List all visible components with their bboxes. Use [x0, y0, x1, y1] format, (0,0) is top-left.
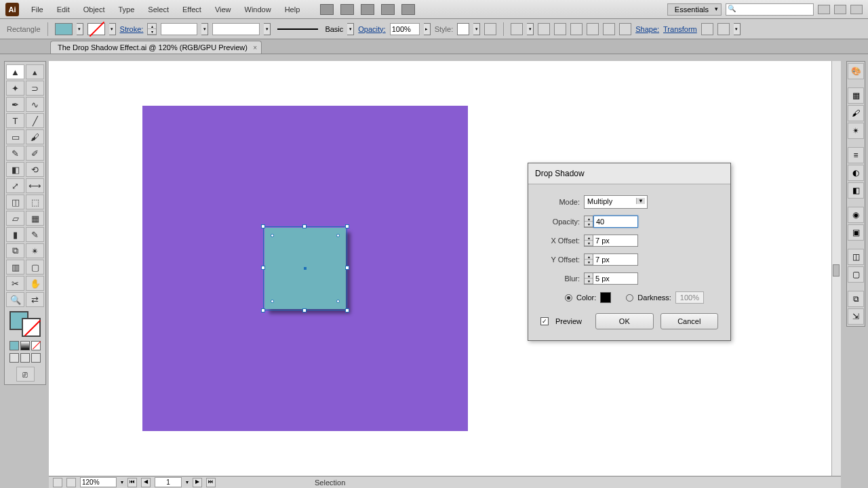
pen-tool[interactable]: ✒: [6, 97, 24, 112]
prev-artboard-icon[interactable]: ◀: [141, 478, 151, 487]
align-left-icon[interactable]: [538, 23, 550, 35]
cancel-button[interactable]: Cancel: [660, 313, 718, 329]
yoffset-input[interactable]: [593, 253, 638, 266]
xoffset-input[interactable]: [593, 235, 638, 247]
perspective-tool[interactable]: ▱: [6, 211, 24, 226]
pencil-tool[interactable]: ✎: [6, 146, 24, 161]
stroke-dropdown[interactable]: ▾: [109, 23, 116, 35]
corner-widget-tr[interactable]: [336, 234, 340, 237]
stroke-swatch[interactable]: [87, 23, 105, 35]
align-icon[interactable]: [511, 23, 523, 35]
close-icon[interactable]: ×: [253, 44, 257, 52]
corner-icon[interactable]: [717, 23, 730, 35]
xoffset-spinner[interactable]: ▴▾: [584, 235, 593, 247]
stroke-link[interactable]: Stroke:: [120, 25, 144, 33]
artboard-number[interactable]: [155, 477, 182, 487]
color-mode-solid[interactable]: [9, 341, 19, 350]
artboard-dd[interactable]: ▾: [186, 479, 189, 485]
zoom-tool[interactable]: 🔍: [6, 292, 24, 307]
eyedropper-tool[interactable]: ✎: [26, 227, 44, 242]
handle-r[interactable]: [345, 266, 349, 270]
paintbrush-tool[interactable]: 🖌: [26, 129, 44, 144]
isolate-icon[interactable]: [701, 23, 713, 35]
menu-object[interactable]: Object: [77, 3, 112, 16]
menu-select[interactable]: Select: [141, 3, 176, 16]
draw-inside-icon[interactable]: [31, 353, 41, 363]
opacity-dd[interactable]: ▸: [424, 23, 431, 35]
handle-tr[interactable]: [345, 224, 349, 228]
gradient-panel-icon[interactable]: ◐: [848, 165, 864, 181]
menu-help[interactable]: Help: [278, 3, 307, 16]
magic-wand-tool[interactable]: ✦: [6, 81, 24, 96]
libraries-panel-icon[interactable]: ⧉: [848, 291, 864, 307]
blob-brush-tool[interactable]: ✐: [26, 146, 44, 161]
darkness-radio[interactable]: [626, 294, 633, 302]
rotate-tool[interactable]: ⟲: [26, 162, 44, 177]
handle-bl[interactable]: [261, 308, 265, 312]
scrollbar-thumb[interactable]: [833, 264, 840, 277]
screen-mode-icon[interactable]: ⎚: [16, 367, 35, 382]
corner-widget-bl[interactable]: [271, 300, 274, 303]
width-tool[interactable]: ⟷: [26, 178, 44, 193]
yoffset-spinner[interactable]: ▴▾: [584, 253, 593, 266]
hand-tool[interactable]: ✋: [26, 276, 44, 291]
exchange-icon[interactable]: [401, 4, 415, 15]
recolor-icon[interactable]: [484, 23, 496, 35]
layout-icon[interactable]: [320, 4, 334, 15]
column-graph-tool[interactable]: ▥: [6, 260, 24, 274]
menu-type[interactable]: Type: [112, 3, 142, 16]
selection-tool[interactable]: ▲: [6, 64, 24, 79]
eraser-tool[interactable]: ◧: [6, 162, 24, 177]
align-middle-icon[interactable]: [603, 23, 615, 35]
draw-behind-icon[interactable]: [20, 353, 30, 363]
graphic-styles-panel-icon[interactable]: ▣: [848, 224, 864, 241]
swap-icon[interactable]: ⇄: [26, 292, 44, 307]
opacity-input[interactable]: [593, 216, 638, 228]
next-artboard-icon[interactable]: ▶: [193, 478, 202, 487]
artboard-tool[interactable]: ▢: [26, 260, 44, 274]
handle-br[interactable]: [345, 308, 349, 312]
color-radio[interactable]: [565, 294, 572, 302]
sync-icon[interactable]: [381, 4, 395, 15]
lasso-tool[interactable]: ⊃: [26, 81, 44, 96]
shape-builder-tool[interactable]: ⬚: [26, 195, 44, 209]
search-input[interactable]: [726, 3, 814, 16]
gpu-icon[interactable]: [340, 4, 354, 15]
fill-stroke-indicator[interactable]: [8, 310, 42, 338]
free-transform-tool[interactable]: ◫: [6, 195, 24, 209]
var-width-input[interactable]: [212, 23, 260, 35]
slice-tool[interactable]: ✂: [6, 276, 24, 291]
appearance-panel-icon[interactable]: ◉: [848, 207, 864, 223]
style-dd[interactable]: ▾: [473, 23, 480, 35]
handle-l[interactable]: [261, 266, 265, 270]
swatches-panel-icon[interactable]: ▦: [848, 87, 864, 104]
transparency-panel-icon[interactable]: ◧: [848, 182, 864, 199]
ok-button[interactable]: OK: [595, 313, 653, 329]
opacity-input[interactable]: [390, 23, 420, 35]
color-panel-icon[interactable]: 🎨: [848, 63, 864, 79]
var-width-dd[interactable]: ▾: [264, 23, 271, 35]
menu-view[interactable]: View: [208, 3, 238, 16]
preview-checkbox[interactable]: ✓: [540, 317, 549, 325]
status-icon-1[interactable]: [53, 478, 62, 487]
mode-select[interactable]: Multiply: [584, 195, 648, 209]
draw-normal-icon[interactable]: [9, 353, 19, 363]
blur-input[interactable]: [593, 272, 638, 285]
arrange-icon[interactable]: [361, 4, 374, 15]
minimize-button[interactable]: [818, 5, 830, 14]
transform-link[interactable]: Transform: [663, 25, 697, 33]
symbols-panel-icon[interactable]: ✴: [848, 123, 864, 139]
corner-widget-br[interactable]: [336, 300, 340, 303]
align-dd[interactable]: ▾: [527, 23, 534, 35]
align-top-icon[interactable]: [587, 23, 599, 35]
fill-swatch[interactable]: [55, 23, 73, 35]
color-mode-gradient[interactable]: [20, 341, 30, 350]
handle-t[interactable]: [302, 224, 307, 228]
fill-dropdown[interactable]: ▾: [77, 23, 83, 35]
opacity-spinner[interactable]: ▴▾: [584, 216, 593, 228]
mesh-tool[interactable]: ▦: [26, 211, 44, 226]
maximize-button[interactable]: [834, 5, 846, 14]
first-artboard-icon[interactable]: ⏮: [127, 478, 137, 487]
zoom-dd[interactable]: ▾: [121, 479, 123, 485]
artboards-panel-icon[interactable]: ▢: [848, 266, 864, 283]
